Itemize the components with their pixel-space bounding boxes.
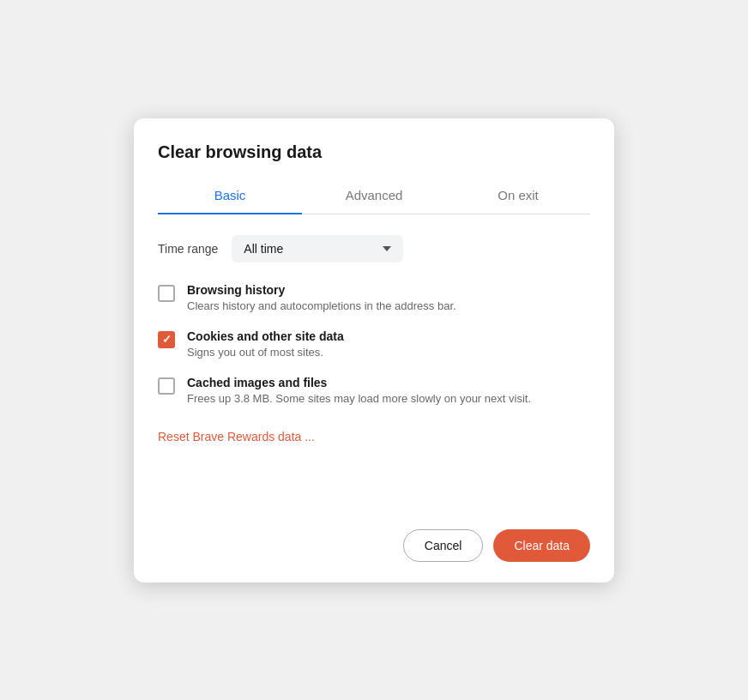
tab-advanced[interactable]: Advanced: [302, 179, 446, 214]
browsing-history-title: Browsing history: [187, 283, 456, 297]
tab-bar: Basic Advanced On exit: [158, 179, 590, 214]
cached-images-title: Cached images and files: [187, 376, 531, 389]
tab-basic[interactable]: Basic: [158, 179, 302, 214]
cookies-desc: Signs you out of most sites.: [187, 346, 344, 359]
cached-images-desc: Frees up 3.8 MB. Some sites may load mor…: [187, 392, 531, 405]
cancel-button[interactable]: Cancel: [403, 529, 484, 562]
list-item: Cached images and files Frees up 3.8 MB.…: [158, 376, 590, 405]
list-item: Browsing history Clears history and auto…: [158, 283, 590, 312]
cached-images-text: Cached images and files Frees up 3.8 MB.…: [187, 376, 531, 405]
time-range-select[interactable]: All time: [232, 235, 403, 262]
browsing-history-desc: Clears history and autocompletions in th…: [187, 299, 456, 312]
tab-on-exit[interactable]: On exit: [446, 179, 590, 214]
dialog-title: Clear browsing data: [158, 142, 590, 162]
dropdown-arrow-icon: [383, 246, 391, 251]
cookies-checkbox[interactable]: ✓: [158, 331, 175, 348]
cached-images-checkbox[interactable]: [158, 377, 175, 395]
checkbox-list: Browsing history Clears history and auto…: [158, 283, 590, 405]
dialog-footer: Cancel Clear data: [158, 529, 590, 562]
browsing-history-text: Browsing history Clears history and auto…: [187, 283, 456, 312]
browsing-history-checkbox[interactable]: [158, 285, 175, 302]
clear-data-button[interactable]: Clear data: [493, 529, 590, 562]
time-range-label: Time range: [158, 242, 218, 256]
clear-browsing-data-dialog: Clear browsing data Basic Advanced On ex…: [134, 118, 614, 582]
cookies-title: Cookies and other site data: [187, 329, 344, 343]
list-item: ✓ Cookies and other site data Signs you …: [158, 329, 590, 359]
time-range-row: Time range All time: [158, 235, 590, 262]
reset-brave-rewards-link[interactable]: Reset Brave Rewards data ...: [158, 430, 315, 444]
cookies-text: Cookies and other site data Signs you ou…: [187, 329, 344, 359]
checkmark-icon: ✓: [162, 334, 172, 345]
time-range-value: All time: [244, 242, 283, 256]
